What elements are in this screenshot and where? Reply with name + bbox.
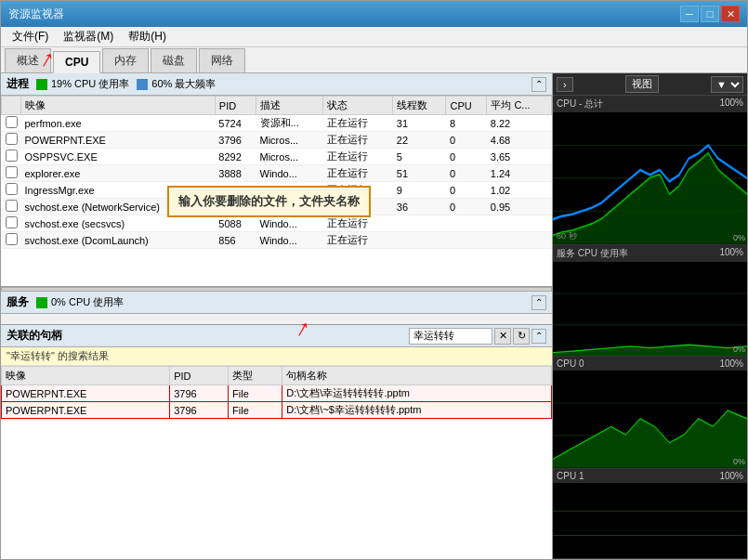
row-pid: 1584 bbox=[215, 199, 256, 215]
title-bar: 资源监视器 ─ □ ✕ bbox=[1, 1, 747, 27]
row-checkbox[interactable] bbox=[2, 165, 21, 182]
services-dot-icon bbox=[36, 297, 47, 308]
row-checkbox[interactable] bbox=[2, 199, 21, 215]
handles-collapse-button[interactable]: ⌃ bbox=[531, 329, 546, 344]
services-section: 服务 0% CPU 使用率 ⌃ bbox=[1, 292, 552, 325]
process-freq-info: 60% 最大频率 bbox=[137, 77, 216, 91]
minimize-button[interactable]: ─ bbox=[680, 6, 699, 22]
table-row[interactable]: IngressMgr.exe 2944 Ingress... 正在运行 9 0 … bbox=[2, 182, 552, 199]
table-row[interactable]: explorer.exe 3888 Windo... 正在运行 51 0 1.2… bbox=[2, 165, 552, 182]
row-cpu: 0 bbox=[446, 132, 487, 149]
right-view-select[interactable]: ▼ bbox=[711, 76, 743, 93]
svg-rect-0 bbox=[36, 79, 47, 90]
handle-row-pid: 3796 bbox=[170, 402, 229, 419]
handles-header: 关联的句柄 ✕ ↻ ⌃ bbox=[1, 325, 552, 347]
row-checkbox[interactable] bbox=[2, 115, 21, 132]
process-section-header: 进程 19% CPU 使用率 60% 最大频率 ⌃ bbox=[1, 73, 552, 96]
row-desc: Micros... bbox=[256, 149, 323, 165]
cpu0-label: CPU 0 100% bbox=[553, 357, 747, 371]
cpu0-chart-area: 0% bbox=[553, 371, 747, 468]
row-image: explorer.exe bbox=[21, 165, 216, 182]
row-cpu: 0 bbox=[446, 182, 487, 199]
row-status: 正在运行 bbox=[323, 165, 393, 182]
row-cpu: 0 bbox=[446, 199, 487, 215]
main-content: 进程 19% CPU 使用率 60% 最大频率 ⌃ bbox=[1, 73, 747, 559]
row-image: IngressMgr.exe bbox=[21, 182, 216, 199]
cpu1-chart-area bbox=[553, 483, 747, 558]
row-threads: 31 bbox=[393, 115, 446, 132]
row-avg bbox=[487, 215, 552, 232]
left-pane: 进程 19% CPU 使用率 60% 最大频率 ⌃ bbox=[1, 73, 552, 559]
svg-rect-8 bbox=[553, 262, 747, 357]
window-title: 资源监视器 bbox=[8, 7, 64, 22]
row-threads: 51 bbox=[393, 165, 446, 182]
handle-row-handle: D:\文档\~$幸运转转转转.pptm bbox=[282, 402, 552, 419]
row-avg: 3.65 bbox=[487, 149, 552, 165]
right-view-button[interactable]: 视图 bbox=[625, 75, 659, 93]
process-max-freq: 60% 最大频率 bbox=[151, 77, 216, 91]
right-pane-header: › 视图 ▼ bbox=[553, 73, 747, 96]
right-expand-button[interactable]: › bbox=[557, 77, 573, 92]
row-desc: Ingress... bbox=[256, 182, 323, 199]
process-table: 映像 PID 描述 状态 线程数 CPU 平均 C... perfmon.exe… bbox=[1, 96, 552, 286]
process-cpu-usage: 19% CPU 使用率 bbox=[51, 77, 129, 91]
menu-monitor[interactable]: 监视器(M) bbox=[56, 27, 121, 46]
handles-col-image: 映像 bbox=[2, 367, 170, 385]
services-cpu-chart: 服务 CPU 使用率 100% 0% bbox=[553, 245, 747, 358]
close-button[interactable]: ✕ bbox=[721, 6, 740, 22]
handle-row-type: File bbox=[229, 402, 282, 419]
tab-disk[interactable]: 磁盘 bbox=[151, 48, 197, 72]
tab-cpu[interactable]: CPU bbox=[53, 51, 100, 73]
row-checkbox[interactable] bbox=[2, 232, 21, 249]
services-title: 服务 bbox=[7, 294, 29, 310]
row-status: 正在运行 bbox=[323, 149, 393, 165]
row-checkbox[interactable] bbox=[2, 149, 21, 165]
services-section-header: 服务 0% CPU 使用率 ⌃ bbox=[1, 292, 552, 314]
row-cpu: 0 bbox=[446, 165, 487, 182]
table-row[interactable]: POWERPNT.EXE 3796 Micros... 正在运行 22 0 4.… bbox=[2, 132, 552, 149]
blue-dot-icon bbox=[137, 79, 148, 90]
handles-search-button[interactable]: ↻ bbox=[513, 328, 530, 345]
row-pid: 5724 bbox=[215, 115, 256, 132]
tab-overview[interactable]: 概述 bbox=[5, 48, 51, 72]
row-image: OSPPSVC.EXE bbox=[21, 149, 216, 165]
tabs-bar: 概述 CPU 内存 磁盘 网络 bbox=[1, 47, 747, 73]
window-controls: ─ □ ✕ bbox=[680, 6, 740, 22]
menu-file[interactable]: 文件(F) bbox=[5, 27, 56, 46]
col-cpu: CPU bbox=[446, 97, 487, 115]
handles-clear-button[interactable]: ✕ bbox=[494, 328, 511, 345]
row-desc: Windo... bbox=[256, 232, 323, 249]
row-checkbox[interactable] bbox=[2, 182, 21, 199]
table-row[interactable]: OSPPSVC.EXE 8292 Micros... 正在运行 5 0 3.65 bbox=[2, 149, 552, 165]
table-row[interactable]: perfmon.exe 5724 资源和... 正在运行 31 8 8.22 bbox=[2, 115, 552, 132]
cpu1-label: CPU 1 100% bbox=[553, 469, 747, 483]
row-checkbox[interactable] bbox=[2, 132, 21, 149]
row-cpu: 0 bbox=[446, 149, 487, 165]
col-image: 映像 bbox=[21, 97, 216, 115]
table-row[interactable]: svchost.exe (secsvcs) 5088 Windo... 正在运行 bbox=[2, 215, 552, 232]
tab-memory[interactable]: 内存 bbox=[102, 48, 149, 72]
row-pid: 2944 bbox=[215, 182, 256, 199]
services-cpu-usage: 0% CPU 使用率 bbox=[51, 295, 124, 309]
tab-network[interactable]: 网络 bbox=[199, 48, 245, 72]
row-checkbox[interactable] bbox=[2, 215, 21, 232]
table-row[interactable]: svchost.exe (DcomLaunch) 856 Windo... 正在… bbox=[2, 232, 552, 249]
row-status: 正在运 行 bbox=[323, 199, 393, 215]
handle-row-image: POWERPNT.EXE bbox=[2, 385, 170, 402]
svg-rect-16 bbox=[553, 483, 747, 558]
table-row[interactable]: svchost.exe (NetworkService) 1584 Windo.… bbox=[2, 199, 552, 215]
row-avg: 1.24 bbox=[487, 165, 552, 182]
maximize-button[interactable]: □ bbox=[701, 6, 719, 22]
row-cpu: 8 bbox=[446, 115, 487, 132]
menu-help[interactable]: 帮助(H) bbox=[121, 27, 174, 46]
row-cpu bbox=[446, 215, 487, 232]
table-row[interactable]: POWERPNT.EXE 3796 File D:\文档\~$幸运转转转转.pp… bbox=[2, 402, 552, 419]
handles-search-input[interactable] bbox=[409, 328, 492, 345]
services-collapse-button[interactable]: ⌃ bbox=[531, 295, 546, 310]
process-collapse-button[interactable]: ⌃ bbox=[531, 77, 546, 92]
cpu-total-chart-area: 60 秒 0% bbox=[553, 112, 747, 244]
table-row[interactable]: POWERPNT.EXE 3796 File D:\文档\幸运转转转转.pptm bbox=[2, 385, 552, 402]
row-avg: 1.02 bbox=[487, 182, 552, 199]
handles-title: 关联的句柄 bbox=[7, 328, 62, 344]
row-status: 正在运行 bbox=[323, 215, 393, 232]
